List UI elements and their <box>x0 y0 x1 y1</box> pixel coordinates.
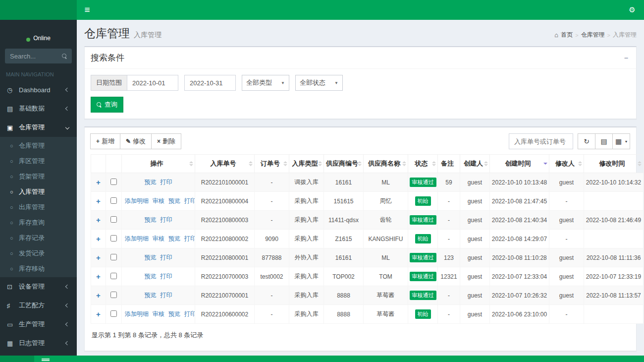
hamburger-icon <box>42 359 50 360</box>
cell-modified-at: 2022-10-08 11:11:36 <box>584 248 644 267</box>
row-action-link[interactable]: 预览 <box>145 216 157 223</box>
query-button[interactable]: 查询 <box>91 97 123 113</box>
cell-po-no: 877888 <box>255 248 289 267</box>
date-from-input[interactable] <box>127 75 178 91</box>
sort-up-arrow <box>402 161 406 163</box>
sidebar-subitem-shipment-record[interactable]: ○发货记录 <box>0 245 77 261</box>
col-header-modifier[interactable]: 修改人 <box>549 155 584 173</box>
inbound-table: 操作入库单号订单号入库类型供应商编号供应商名称状态备注创建人创建时间修改人修改时… <box>91 154 644 324</box>
sidebar-item-log[interactable]: ▦日志管理 <box>0 334 77 353</box>
row-action-link[interactable]: 打印 <box>161 292 172 299</box>
expand-row-icon[interactable]: + <box>96 178 101 186</box>
row-action-link[interactable]: 预览 <box>145 254 157 261</box>
row-checkbox[interactable] <box>110 254 117 260</box>
row-action-link[interactable]: 预览 <box>168 310 180 317</box>
app-logo[interactable] <box>0 0 77 20</box>
breadcrumb-warehouse[interactable]: 仓库管理 <box>581 31 605 39</box>
sidebar-subitem-warehouse-mgmt[interactable]: ○仓库管理 <box>0 138 77 153</box>
row-action-link[interactable]: 预览 <box>145 273 157 280</box>
expand-row-icon[interactable]: + <box>96 197 101 205</box>
date-to-input[interactable] <box>184 75 236 91</box>
row-action-link[interactable]: 审核 <box>153 197 164 204</box>
col-header-supplier-code[interactable]: 供应商编号 <box>324 155 364 173</box>
delete-button[interactable]: × 删除 <box>151 133 181 149</box>
col-header-modified-at[interactable]: 修改时间 <box>584 155 644 173</box>
col-header-created-at[interactable]: 创建时间 <box>490 155 549 173</box>
sidebar-subitem-inbound[interactable]: ○入库管理 <box>0 184 77 199</box>
row-action-link[interactable]: 审核 <box>153 235 164 242</box>
table-row: +预览打印R2022100700003test0002采购入库TOP002TOM… <box>91 267 644 286</box>
sidebar-item-base-data[interactable]: ▤基础数据 <box>0 99 77 118</box>
cell-po-no: test0002 <box>255 267 289 286</box>
col-header-ops[interactable]: 操作 <box>122 155 195 173</box>
row-checkbox[interactable] <box>110 292 117 298</box>
row-checkbox[interactable] <box>110 310 117 317</box>
sidebar-subitem-storage-area[interactable]: ○库区管理 <box>0 153 77 169</box>
col-header-po-no[interactable]: 订单号 <box>255 155 289 173</box>
row-action-link[interactable]: 打印 <box>184 197 195 204</box>
row-action-link[interactable]: 预览 <box>145 292 157 299</box>
row-action-link[interactable]: 打印 <box>161 273 172 280</box>
row-action-link[interactable]: 打印 <box>161 254 172 261</box>
date-range-label: 日期范围 <box>91 75 127 91</box>
sidebar-search-input[interactable]: Search... <box>5 49 72 63</box>
sidebar-item-dashboard[interactable]: ◷Dashboard <box>0 80 77 99</box>
type-select[interactable]: 全部类型 ▼ <box>242 75 289 91</box>
row-action-link[interactable]: 添加明细 <box>125 197 149 204</box>
refresh-button[interactable]: ↻ <box>578 133 595 149</box>
row-checkbox[interactable] <box>110 179 117 185</box>
expand-row-icon[interactable]: + <box>96 235 101 243</box>
breadcrumb-home[interactable]: 首页 <box>561 31 573 39</box>
sort-up-arrow <box>249 161 253 163</box>
row-action-link[interactable]: 审核 <box>153 310 164 317</box>
expand-row-icon[interactable]: + <box>96 272 101 281</box>
row-action-link[interactable]: 添加明细 <box>125 310 149 317</box>
status-select[interactable]: 全部状态 ▼ <box>295 75 343 91</box>
col-header-order-no[interactable]: 入库单号 <box>195 155 255 173</box>
col-header-supplier-name[interactable]: 供应商名称 <box>364 155 408 173</box>
expand-row-icon[interactable]: + <box>96 291 101 300</box>
row-action-link[interactable]: 打印 <box>161 216 172 223</box>
sidebar-item-warehouse[interactable]: ▣仓库管理 <box>0 118 77 137</box>
sidebar-toggle-button[interactable]: ≡ <box>77 0 98 20</box>
expand-row-icon[interactable]: + <box>96 253 101 262</box>
col-header-type[interactable]: 入库类型 <box>289 155 324 173</box>
row-checkbox[interactable] <box>110 197 117 204</box>
row-action-link[interactable]: 预览 <box>145 179 157 185</box>
col-header-expand <box>91 155 106 173</box>
page-title-group: 仓库管理入库管理 <box>84 26 161 41</box>
col-header-creator[interactable]: 创建人 <box>460 155 490 173</box>
columns-button[interactable]: ▦ ▾ <box>612 133 630 149</box>
row-checkbox[interactable] <box>110 216 117 223</box>
dashboard-icon: ◷ <box>7 86 19 94</box>
cell-status: 审核通过 <box>408 248 438 267</box>
toggle-view-button[interactable]: ▤ <box>595 133 613 149</box>
row-checkbox[interactable] <box>110 273 117 279</box>
sidebar-subitem-stock-query[interactable]: ○库存查询 <box>0 215 77 230</box>
sidebar-item-equipment[interactable]: ⊡设备管理 <box>0 277 77 296</box>
table-search-input[interactable] <box>509 133 573 149</box>
row-action-link[interactable]: 预览 <box>168 235 180 242</box>
sidebar-subitem-stock-record[interactable]: ○库存记录 <box>0 230 77 245</box>
row-checkbox[interactable] <box>110 235 117 241</box>
sidebar-subitem-shelf[interactable]: ○货架管理 <box>0 169 77 184</box>
sort-icon <box>189 161 193 166</box>
expand-row-icon[interactable]: + <box>96 310 101 318</box>
expand-row-icon[interactable]: + <box>96 216 101 224</box>
add-button[interactable]: + 新增 <box>90 133 120 149</box>
row-action-link[interactable]: 打印 <box>161 179 172 185</box>
row-action-link[interactable]: 添加明细 <box>125 235 149 242</box>
sidebar-subitem-outbound[interactable]: ○出库管理 <box>0 199 77 215</box>
sidebar-subitem-stock-move[interactable]: ○库存移动 <box>0 261 77 276</box>
col-header-status[interactable]: 状态 <box>408 155 438 173</box>
sidebar-item-production[interactable]: ▭生产管理 <box>0 315 77 334</box>
edit-button[interactable]: ✎ 修改 <box>120 133 152 149</box>
row-action-link[interactable]: 打印 <box>184 235 195 242</box>
collapse-icon[interactable]: − <box>622 54 630 62</box>
settings-button[interactable]: ⚙ <box>621 0 643 20</box>
cell-order-no: R2022100800002 <box>195 230 255 248</box>
cell-checkbox <box>106 267 122 286</box>
row-action-link[interactable]: 预览 <box>168 197 180 204</box>
sidebar-item-recipe[interactable]: ♯工艺配方 <box>0 296 77 315</box>
row-action-link[interactable]: 打印 <box>184 310 195 317</box>
